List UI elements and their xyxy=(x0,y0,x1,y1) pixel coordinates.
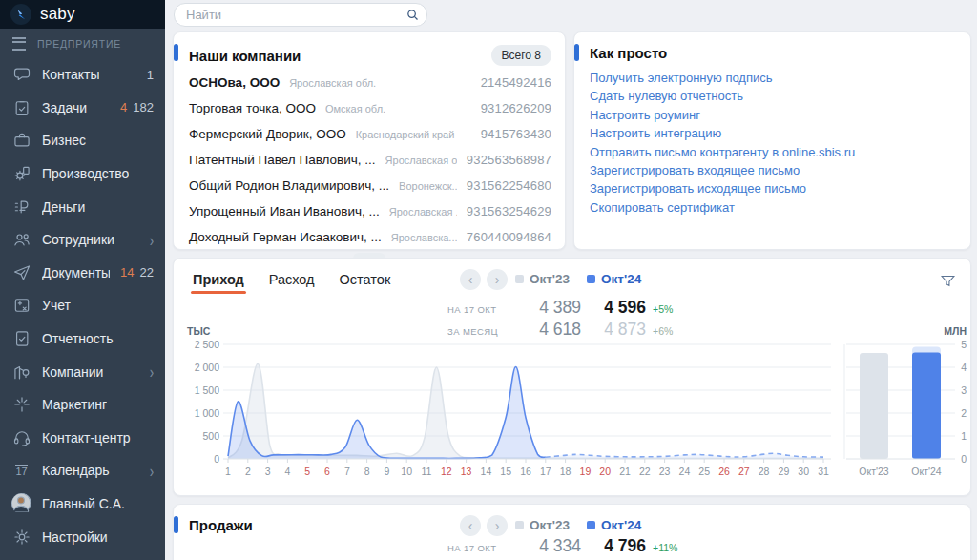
sales-title[interactable]: Продажи xyxy=(189,517,253,533)
money-tab-1[interactable]: Приход xyxy=(193,272,244,295)
svg-text:17: 17 xyxy=(540,466,551,477)
svg-text:4: 4 xyxy=(284,466,290,477)
search-input[interactable] xyxy=(175,8,398,22)
svg-text:3: 3 xyxy=(265,466,271,477)
calc-icon xyxy=(11,296,31,316)
sidebar-menu: Контакты1Задачи4182БизнесПроизводствоДен… xyxy=(0,58,165,553)
filter-icon[interactable] xyxy=(940,273,956,293)
company-row[interactable]: Торговая точка, ООООмская обл.9312626209 xyxy=(189,95,551,121)
money-tab-2[interactable]: Расход xyxy=(269,272,315,295)
legend-swatch xyxy=(587,521,595,529)
sidebar-item-2[interactable]: Задачи4182 xyxy=(0,92,165,125)
sidebar-item-6[interactable]: Сотрудники› xyxy=(0,223,165,257)
company-row[interactable]: Доходный Герман Исаакович, ...Ярославска… xyxy=(189,224,551,250)
sidebar-item-12[interactable]: Контакт-центр xyxy=(0,422,165,455)
company-inn: 760440094864 xyxy=(467,230,551,244)
saby-logo-icon xyxy=(10,4,31,25)
money-tab-3[interactable]: Остаток xyxy=(340,272,391,295)
svg-text:10: 10 xyxy=(401,466,412,477)
how-simple-link-6[interactable]: Зарегистрировать входящее письмо xyxy=(590,161,955,179)
company-row[interactable]: Общий Родион Владимирович, ...Воронежск.… xyxy=(189,173,551,198)
sidebar-section-enterprise[interactable]: ПРЕДПРИЯТИЕ xyxy=(0,29,165,58)
svg-text:26: 26 xyxy=(718,466,730,477)
legend-item[interactable]: Окт'24 xyxy=(587,518,641,532)
how-simple-card: Как просто Получить электронную подписьС… xyxy=(573,31,971,250)
svg-text:Окт'23: Окт'23 xyxy=(859,466,889,477)
sidebar-item-14[interactable]: Главный С.А. xyxy=(0,487,165,521)
svg-text:0: 0 xyxy=(214,453,219,465)
how-simple-link-8[interactable]: Скопировать сертификат xyxy=(590,198,955,217)
legend-label: Окт'23 xyxy=(530,272,570,286)
company-row[interactable]: ОСНОва, ОООЯрославская обл.2145492416 xyxy=(189,70,551,95)
legend-item[interactable]: Окт'24 xyxy=(587,272,641,286)
prev-period-button[interactable]: ‹ xyxy=(460,515,481,536)
svg-text:11: 11 xyxy=(422,466,432,477)
svg-text:Окт'24: Окт'24 xyxy=(911,466,942,477)
company-row[interactable]: Фермерский Дворик, ОООКраснодарский край… xyxy=(189,121,551,147)
report-icon xyxy=(11,329,31,349)
stat-label: ЗА МЕСЯЦ xyxy=(447,326,520,337)
sidebar: saby ПРЕДПРИЯТИЕ Контакты1Задачи4182Бизн… xyxy=(0,0,165,560)
how-simple-link-7[interactable]: Зарегистрировать исходящее письмо xyxy=(590,179,955,197)
app-window: { "colors":{ "accent_blue":"#2f6fd6","li… xyxy=(0,0,977,560)
money-stats: НА 17 ОКТ4 3894 596+5%ЗА МЕСЯЦ4 6184 873… xyxy=(447,298,690,342)
sidebar-item-label: Главный С.А. xyxy=(42,496,125,511)
next-period-button[interactable]: › xyxy=(487,269,508,290)
sidebar-item-label: Сотрудники xyxy=(42,232,114,247)
company-region: Краснодарский край xyxy=(356,129,471,140)
legend-item[interactable]: Окт'23 xyxy=(515,272,570,286)
sidebar-item-4[interactable]: Производство xyxy=(0,157,165,191)
sidebar-item-11[interactable]: Маркетинг xyxy=(0,388,165,422)
how-simple-link-1[interactable]: Получить электронную подпись xyxy=(590,69,955,87)
how-simple-link-5[interactable]: Отправить письмо контрагенту в online.sb… xyxy=(590,143,955,161)
company-row[interactable]: Патентный Павел Павлович, ...Ярославская… xyxy=(189,147,551,173)
logo[interactable]: saby xyxy=(0,0,165,29)
sidebar-item-label: Производство xyxy=(42,166,129,181)
our-companies-title[interactable]: Наши компании xyxy=(189,48,301,64)
sidebar-item-1[interactable]: Контакты1 xyxy=(0,58,165,92)
sidebar-item-7[interactable]: Документы1422 xyxy=(0,257,165,290)
svg-text:9: 9 xyxy=(384,466,389,477)
card-accent xyxy=(174,44,178,61)
sidebar-item-label: Отчетность xyxy=(42,331,114,346)
sidebar-item-8[interactable]: Учет xyxy=(0,289,165,322)
sidebar-item-5[interactable]: Деньги xyxy=(0,190,165,223)
sidebar-item-15[interactable]: Настройки xyxy=(0,520,165,553)
sidebar-item-9[interactable]: Отчетность xyxy=(0,322,165,356)
sidebar-item-label: Настройки xyxy=(42,529,108,545)
how-simple-link-3[interactable]: Настроить роуминг xyxy=(590,106,955,124)
sales-stats: НА 17 ОКТ4 3344 796+11% xyxy=(447,536,690,558)
company-name: Фермерский Дворик, ООО xyxy=(189,127,346,141)
search-icon[interactable] xyxy=(398,4,426,26)
avatar-icon xyxy=(11,494,31,514)
sales-legend: Окт'23Окт'24 xyxy=(515,518,641,532)
company-row[interactable]: Упрощенный Иван Иванович, ...Ярославская… xyxy=(189,198,551,224)
stat-prev-value: 4 334 xyxy=(520,536,581,556)
company-region: Ярославска... xyxy=(391,232,457,243)
svg-text:1 500: 1 500 xyxy=(195,384,219,396)
svg-text:7: 7 xyxy=(344,466,350,477)
how-simple-title[interactable]: Как просто xyxy=(590,45,667,61)
sidebar-item-10[interactable]: Компании› xyxy=(0,355,165,388)
how-simple-link-2[interactable]: Сдать нулевую отчетность xyxy=(590,87,955,105)
legend-label: Окт'24 xyxy=(601,272,641,286)
sidebar-item-13[interactable]: 17Календарь› xyxy=(0,454,165,487)
stat-label: НА 17 ОКТ xyxy=(447,304,520,315)
how-simple-link-4[interactable]: Настроить интеграцию xyxy=(590,124,955,142)
prev-period-button[interactable]: ‹ xyxy=(460,269,481,290)
chevron-right-icon: › xyxy=(150,230,154,250)
headset-icon xyxy=(11,427,31,447)
company-name: Патентный Павел Павлович, ... xyxy=(189,153,376,167)
money-legend: Окт'23Окт'24 xyxy=(515,272,641,286)
chevron-right-icon: › xyxy=(150,362,154,382)
stat-current-value: 4 796 xyxy=(581,536,646,556)
chat-icon xyxy=(11,65,31,85)
next-period-button[interactable]: › xyxy=(487,515,508,536)
sidebar-item-3[interactable]: Бизнес xyxy=(0,124,165,157)
sidebar-item-label: Задачи xyxy=(42,100,87,115)
badge-count: 182 xyxy=(133,100,154,114)
card-accent xyxy=(174,516,178,533)
sidebar-item-label: Компании xyxy=(42,364,103,380)
legend-item[interactable]: Окт'23 xyxy=(515,518,570,532)
company-region: Воронежск... xyxy=(399,180,457,192)
